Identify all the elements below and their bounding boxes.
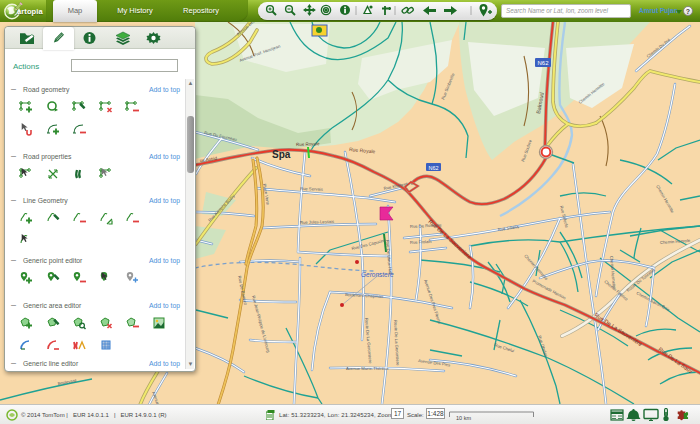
svg-text:10 km: 10 km bbox=[456, 415, 471, 421]
svg-text:N62: N62 bbox=[537, 60, 549, 66]
svg-text:Avenue Marie-Thérèse: Avenue Marie-Thérèse bbox=[346, 366, 389, 371]
svg-text:Rue Servais: Rue Servais bbox=[300, 186, 323, 192]
svg-text:Rue Royale: Rue Royale bbox=[296, 141, 320, 147]
svg-text:N62: N62 bbox=[428, 165, 438, 171]
svg-text:Spa: Spa bbox=[272, 149, 291, 160]
